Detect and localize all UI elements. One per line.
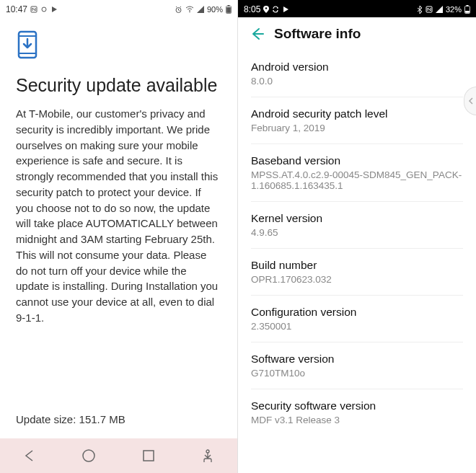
info-value: OPR1.170623.032 xyxy=(251,274,463,285)
sync-icon xyxy=(272,6,279,13)
info-label: Software version xyxy=(251,353,463,366)
info-value: MPSS.AT.4.0.c2.9-00045-SDM845_GEN_PACK-1… xyxy=(251,169,463,191)
info-value: G710TM10o xyxy=(251,368,463,379)
info-label: Android security patch level xyxy=(251,107,463,120)
info-label: Configuration version xyxy=(251,306,463,319)
svg-rect-10 xyxy=(144,451,154,461)
play-icon xyxy=(282,6,289,13)
update-description: At T-Mobile, our customer's privacy and … xyxy=(16,106,221,326)
phone-screenshot-left: 10:47 90% xyxy=(0,0,238,473)
update-icon xyxy=(16,30,221,59)
phone-screenshot-right: 8:05 32% xyxy=(238,0,476,473)
nfc-icon xyxy=(30,6,38,13)
navigation-bar xyxy=(0,438,237,473)
extra-nav-button[interactable] xyxy=(198,446,217,465)
update-content: Security update available At T-Mobile, o… xyxy=(0,17,237,438)
svg-point-11 xyxy=(206,450,209,453)
battery-percent: 90% xyxy=(207,5,223,14)
page-header: Software info xyxy=(238,17,476,50)
nfc-icon xyxy=(426,6,433,13)
svg-point-12 xyxy=(265,7,267,9)
page-title: Software info xyxy=(274,26,361,42)
status-right: 32% xyxy=(417,5,470,14)
info-row-baseband[interactable]: Baseband version MPSS.AT.4.0.c2.9-00045-… xyxy=(251,144,463,202)
battery-icon xyxy=(226,5,232,14)
recent-apps-button[interactable] xyxy=(139,446,158,465)
status-right: 90% xyxy=(175,5,232,14)
status-left: 8:05 xyxy=(244,4,289,14)
home-button[interactable] xyxy=(79,446,98,465)
battery-icon xyxy=(464,5,470,14)
info-row-config-version[interactable]: Configuration version 2.350001 xyxy=(251,296,463,342)
bluetooth-icon xyxy=(417,6,423,14)
info-label: Kernel version xyxy=(251,212,463,225)
info-row-security-patch[interactable]: Android security patch level February 1,… xyxy=(251,97,463,144)
svg-point-9 xyxy=(83,450,94,461)
svg-rect-16 xyxy=(465,11,470,13)
info-value: February 1, 2019 xyxy=(251,123,463,133)
play-icon xyxy=(50,6,58,13)
back-button[interactable] xyxy=(250,27,264,41)
info-label: Android version xyxy=(251,61,463,74)
info-value: 8.0.0 xyxy=(251,76,463,87)
status-time: 8:05 xyxy=(244,4,260,14)
info-value: MDF v3.1 Release 3 xyxy=(251,415,463,425)
location-icon xyxy=(263,6,269,13)
info-label: Security software version xyxy=(251,399,463,412)
signal-icon xyxy=(197,6,204,13)
info-row-security-software[interactable]: Security software version MDF v3.1 Relea… xyxy=(251,389,463,436)
info-value: 4.9.65 xyxy=(251,227,463,238)
info-label: Baseband version xyxy=(251,154,463,167)
info-row-software-version[interactable]: Software version G710TM10o xyxy=(251,342,463,389)
status-time: 10:47 xyxy=(6,4,27,14)
page-title: Security update available xyxy=(16,75,221,96)
battery-percent: 32% xyxy=(446,5,462,14)
info-row-build-number[interactable]: Build number OPR1.170623.032 xyxy=(251,249,463,296)
software-info-list: Android version 8.0.0 Android security p… xyxy=(238,50,476,436)
svg-point-2 xyxy=(189,12,190,13)
svg-rect-5 xyxy=(226,7,231,13)
update-size: Update size: 151.7 MB xyxy=(16,413,221,425)
info-row-android-version[interactable]: Android version 8.0.0 xyxy=(251,50,463,97)
alarm-icon xyxy=(175,6,182,14)
status-bar: 10:47 90% xyxy=(0,0,237,17)
wifi-icon xyxy=(185,6,194,13)
status-left: 10:47 xyxy=(6,4,58,14)
back-button[interactable] xyxy=(20,446,39,465)
info-row-kernel[interactable]: Kernel version 4.9.65 xyxy=(251,202,463,249)
info-value: 2.350001 xyxy=(251,321,463,332)
sync-icon xyxy=(40,6,48,13)
signal-icon xyxy=(436,6,443,13)
info-label: Build number xyxy=(251,259,463,272)
status-bar: 8:05 32% xyxy=(238,0,476,17)
